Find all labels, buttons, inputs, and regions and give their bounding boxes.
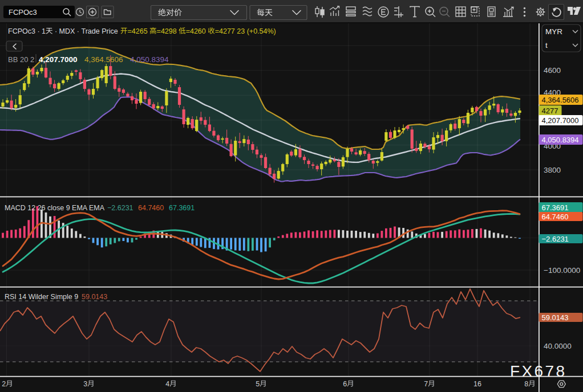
svg-text:7: 7 [424,380,428,388]
svg-text:FCPOc3: FCPOc3 [9,8,37,17]
svg-text:=4265: =4265 [128,27,148,35]
svg-text:4,050.8394: 4,050.8394 [130,55,169,64]
svg-text:4: 4 [165,380,169,388]
svg-text:4,364.5606: 4,364.5606 [84,55,123,64]
svg-text:4,207.7000: 4,207.7000 [39,55,78,64]
svg-text:=4298: =4298 [157,27,177,35]
svg-text:FCPOc3 · 1: FCPOc3 · 1 [8,27,46,35]
svg-text:RSI 14 Wilder Simple 9: RSI 14 Wilder Simple 9 [5,293,78,301]
svg-text:3: 3 [83,380,87,388]
svg-text:40.0000: 40.0000 [544,342,572,350]
svg-text:4277: 4277 [542,107,558,115]
svg-text:4,050.8394: 4,050.8394 [542,136,579,144]
svg-text:MACD 12 26 close 9 EMA EMA: MACD 12 26 close 9 EMA EMA [5,204,105,212]
svg-text:2: 2 [2,380,6,388]
svg-text:8: 8 [524,380,528,388]
svg-text:−100.0000: −100.0000 [544,266,580,275]
svg-text:67.3691: 67.3691 [169,204,195,212]
svg-text:4600: 4600 [544,66,561,75]
svg-text:−2.6231: −2.6231 [542,235,569,243]
svg-text:5: 5 [256,380,260,388]
svg-text:64.7460: 64.7460 [542,213,569,221]
svg-text:64.7460: 64.7460 [138,204,164,212]
svg-text:67.3691: 67.3691 [542,203,569,212]
svg-text:=4277 23 (+0.54%): =4277 23 (+0.54%) [215,27,276,35]
svg-text:3800: 3800 [544,166,561,174]
svg-text:BB 20 2: BB 20 2 [8,55,34,64]
svg-text:4,364.5606: 4,364.5606 [542,96,579,104]
svg-text:· MDX · Trade Price: · MDX · Trade Price [52,27,118,35]
svg-text:MYR: MYR [545,27,562,36]
svg-text:t: t [545,41,548,50]
svg-text:6: 6 [343,380,347,388]
svg-text:59.0143: 59.0143 [542,313,569,322]
svg-text:16: 16 [473,380,481,388]
svg-text:4,207.7000: 4,207.7000 [542,116,579,125]
svg-text:FX678: FX678 [510,362,567,380]
svg-text:=4260: =4260 [186,27,206,35]
svg-text:59.0143: 59.0143 [82,293,107,301]
svg-text:−2.6231: −2.6231 [107,204,133,212]
